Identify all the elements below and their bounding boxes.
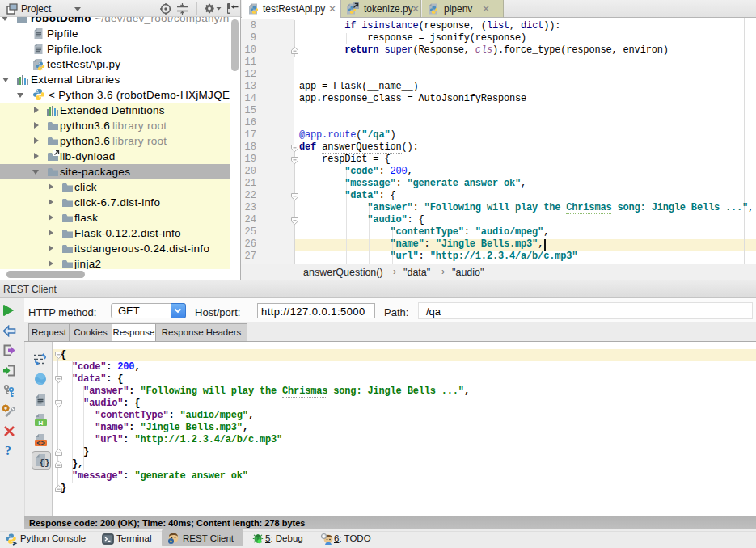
svg-text:H: H bbox=[39, 419, 44, 427]
svg-text:<>: <> bbox=[36, 439, 45, 447]
svg-text:{}: {} bbox=[39, 458, 49, 468]
